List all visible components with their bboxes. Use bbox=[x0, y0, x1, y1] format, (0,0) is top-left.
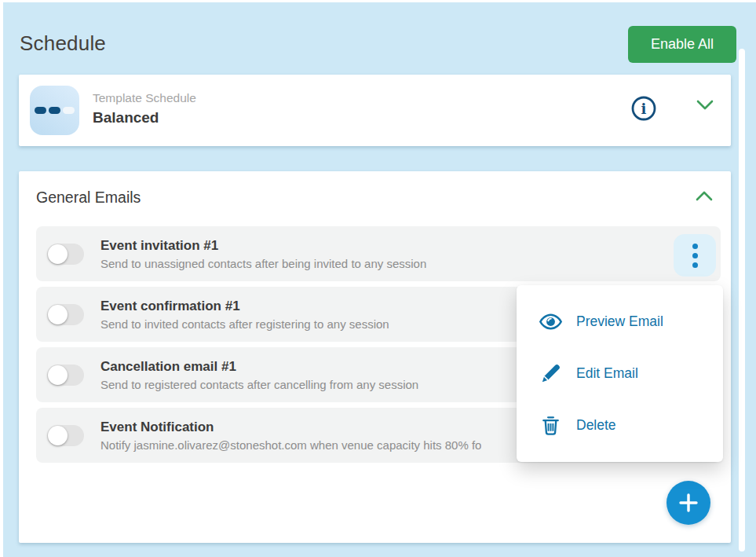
general-emails-title: General Emails bbox=[36, 189, 141, 207]
add-email-button[interactable] bbox=[667, 481, 710, 525]
toggle-knob bbox=[48, 244, 68, 264]
kebab-dot bbox=[692, 244, 698, 249]
template-schedule-name: Balanced bbox=[93, 109, 159, 126]
menu-item-delete[interactable]: Delete bbox=[517, 399, 723, 451]
dash-shape bbox=[35, 107, 46, 114]
kebab-dot bbox=[692, 253, 698, 258]
menu-item-label: Preview Email bbox=[576, 313, 663, 330]
email-row-title: Event Notification bbox=[100, 420, 481, 435]
info-icon[interactable]: i bbox=[630, 95, 657, 122]
dash-shape bbox=[49, 107, 60, 114]
email-row-subtitle: Send to invited contacts after registeri… bbox=[100, 317, 389, 331]
email-row: Event invitation #1 Send to unassigned c… bbox=[36, 226, 721, 281]
page-title: Schedule bbox=[20, 31, 106, 56]
dash-shape bbox=[63, 107, 75, 114]
template-schedule-card: Template Schedule Balanced i bbox=[19, 75, 731, 146]
schedule-dashes-icon bbox=[30, 86, 79, 135]
menu-item-preview-email[interactable]: Preview Email bbox=[517, 295, 723, 347]
template-schedule-label: Template Schedule bbox=[93, 91, 196, 105]
toggle-knob bbox=[48, 426, 68, 445]
eye-icon bbox=[539, 310, 563, 334]
kebab-dot bbox=[692, 262, 698, 268]
email-row-title: Cancellation email #1 bbox=[100, 359, 418, 375]
toggle-knob bbox=[48, 305, 68, 324]
toggle-knob bbox=[48, 365, 68, 385]
email-toggle[interactable] bbox=[47, 425, 84, 446]
email-toggle[interactable] bbox=[47, 244, 84, 265]
email-toggle[interactable] bbox=[47, 365, 84, 386]
menu-item-label: Edit Email bbox=[576, 365, 638, 382]
email-context-menu: Preview Email Edit Email Delete bbox=[517, 285, 723, 462]
email-row-subtitle: Send to registered contacts after cancel… bbox=[100, 378, 418, 391]
email-row-title: Event invitation #1 bbox=[100, 238, 426, 254]
menu-item-label: Delete bbox=[576, 417, 616, 434]
plus-icon bbox=[677, 492, 699, 514]
email-row-title: Event confirmation #1 bbox=[100, 299, 389, 314]
scrollbar[interactable] bbox=[739, 49, 745, 552]
svg-text:i: i bbox=[641, 101, 647, 117]
kebab-menu-icon[interactable] bbox=[674, 234, 716, 277]
trash-icon bbox=[539, 413, 563, 438]
email-toggle[interactable] bbox=[47, 304, 84, 325]
pencil-icon bbox=[539, 361, 563, 386]
email-row-subtitle: Send to unassigned contacts after being … bbox=[100, 257, 426, 270]
chevron-up-icon[interactable] bbox=[695, 190, 714, 203]
chevron-down-icon[interactable] bbox=[696, 99, 714, 112]
menu-item-edit-email[interactable]: Edit Email bbox=[517, 347, 723, 399]
enable-all-button[interactable]: Enable All bbox=[628, 26, 736, 63]
email-row-subtitle: Notify jasmine.olivarez@stoneshot.com wh… bbox=[100, 438, 481, 452]
